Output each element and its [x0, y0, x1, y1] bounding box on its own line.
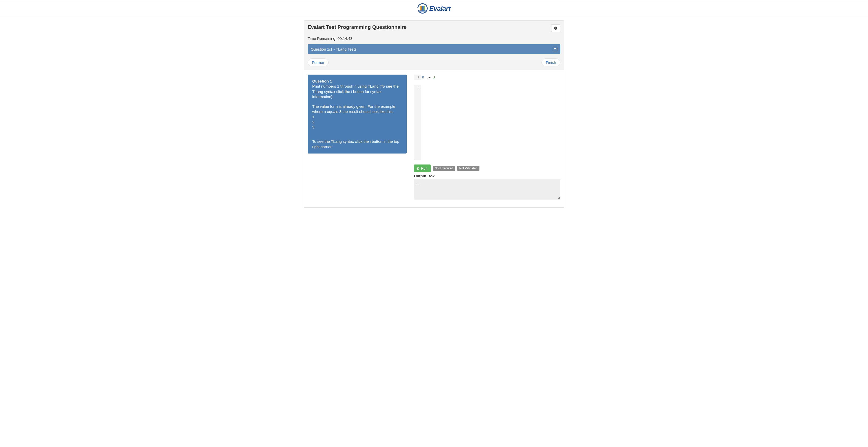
- question-box: Question 1 Print numbers 1 through n usi…: [308, 74, 407, 153]
- run-button[interactable]: Run: [414, 165, 431, 172]
- code-editor[interactable]: 1 n := 3 2: [414, 74, 560, 160]
- page-title: Evalart Test Programming Questionnaire: [308, 24, 407, 30]
- info-button[interactable]: [551, 24, 560, 32]
- line-number: 2: [414, 85, 421, 160]
- logo-icon: [417, 3, 428, 13]
- token-operator: :=: [426, 75, 431, 79]
- output-box[interactable]: [414, 179, 560, 200]
- info-icon: [554, 26, 558, 30]
- editor-column: 1 n := 3 2: [414, 74, 560, 200]
- main-container: Evalart Test Programming Questionnaire T…: [304, 21, 564, 208]
- code-line-2: 2: [414, 85, 560, 160]
- question-column: Question 1 Print numbers 1 through n usi…: [308, 74, 407, 200]
- time-remaining: Time Remaining: 00:14:43: [308, 36, 560, 40]
- svg-rect-1: [556, 28, 556, 29]
- token-variable: n: [422, 75, 424, 79]
- question-p2: The value for n is already given. For th…: [312, 104, 395, 114]
- question-ex3: 3: [312, 125, 314, 129]
- code-line-1: 1 n := 3: [414, 74, 560, 80]
- run-row: Run Not Executed Not Validated: [414, 165, 560, 172]
- time-label: Time Remaining:: [308, 36, 338, 40]
- exec-badge: Not Executed: [433, 166, 455, 171]
- output-label: Output Box: [414, 174, 560, 178]
- run-label: Run: [421, 166, 428, 170]
- question-selector[interactable]: Question 1/1 - TLang Tests: [308, 44, 560, 54]
- token-number: 3: [433, 75, 435, 79]
- question-selector-label: Question 1/1 - TLang Tests: [311, 47, 356, 51]
- dropdown-caret-box: [553, 47, 557, 51]
- top-header: Evalart: [0, 0, 868, 17]
- question-ex2: 2: [312, 120, 314, 124]
- question-p1: Print numbers 1 through n using TLang (T…: [312, 84, 399, 99]
- header-panel: Evalart Test Programming Questionnaire T…: [304, 21, 564, 70]
- code-content[interactable]: n := 3: [421, 74, 560, 80]
- valid-badge: Not Validated: [457, 166, 479, 171]
- former-button[interactable]: Former: [308, 59, 329, 66]
- body-area: Question 1 Print numbers 1 through n usi…: [304, 70, 564, 207]
- question-p3: To see the TLang syntax click the i butt…: [312, 139, 399, 149]
- line-number: 1: [414, 74, 421, 80]
- code-content[interactable]: [421, 85, 560, 160]
- logo: Evalart: [417, 3, 450, 13]
- svg-point-2: [556, 27, 556, 28]
- nav-row: Former Finish: [308, 59, 560, 66]
- check-circle-icon: [416, 167, 420, 170]
- finish-button[interactable]: Finish: [541, 59, 560, 66]
- time-value: 00:14:43: [338, 36, 352, 40]
- chevron-down-icon: [554, 48, 556, 50]
- logo-text: Evalart: [429, 5, 450, 12]
- question-heading: Question 1: [312, 79, 332, 83]
- question-ex1: 1: [312, 115, 314, 119]
